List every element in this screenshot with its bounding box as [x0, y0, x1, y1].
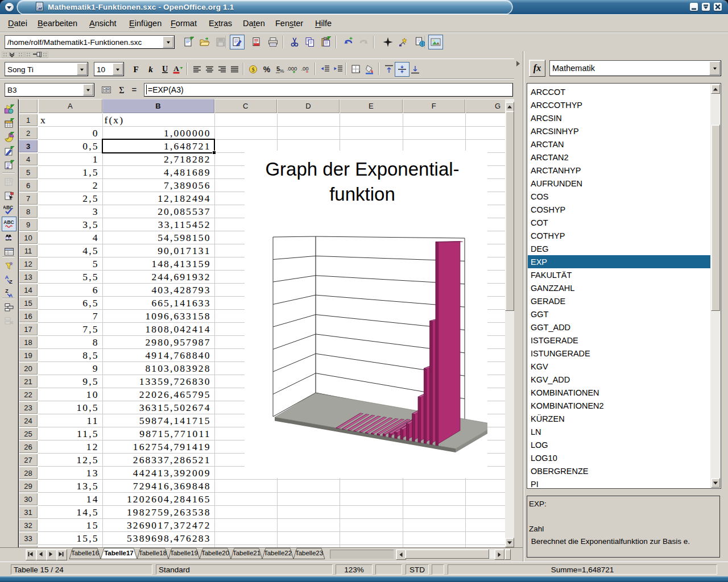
title-bar[interactable]: Mathematik1-Funktionen.sxc - OpenOffice.… [0, 0, 728, 14]
formula-input[interactable]: =EXP(A3) [144, 83, 513, 97]
group-button[interactable] [2, 300, 16, 315]
maximize-button[interactable] [702, 3, 710, 11]
cell-A12[interactable]: 5 [40, 257, 99, 271]
row-header-10[interactable]: 10 [19, 231, 38, 244]
function-item-arctan[interactable]: ARCTAN [528, 138, 714, 151]
cell-B18[interactable]: 2980,957987 [105, 336, 211, 349]
cell-A22[interactable]: 10 [40, 388, 99, 401]
fill-handle[interactable] [212, 151, 216, 155]
cell-A33[interactable]: 15,5 [40, 532, 99, 545]
menu-hilfe[interactable]: Hilfe [315, 19, 332, 28]
tab-nav-prev-button[interactable] [36, 549, 47, 560]
function-wizard-button[interactable]: fx [529, 60, 545, 77]
bg-color-button[interactable] [362, 62, 377, 77]
column-header-g[interactable]: G [465, 99, 505, 113]
cell-B7[interactable]: 12,182494 [105, 192, 211, 205]
cell-B32[interactable]: 3269017,372472 [105, 519, 211, 532]
paste-button[interactable] [318, 35, 333, 49]
cell-B31[interactable]: 1982759,263538 [105, 506, 211, 519]
cell-A3[interactable]: 0,5 [40, 140, 99, 153]
cell-B6[interactable]: 7,389056 [105, 179, 211, 192]
row-header-28[interactable]: 28 [19, 467, 38, 479]
sheet-tab-tabelle22[interactable]: Tabelle22 [262, 548, 294, 560]
function-item-istungerade[interactable]: ISTUNGERADE [528, 347, 714, 360]
scroll-down-button[interactable] [505, 538, 514, 547]
cell-A16[interactable]: 7 [40, 310, 99, 323]
cell-B25[interactable]: 98715,771011 [105, 427, 211, 440]
function-item-exp[interactable]: EXP [528, 255, 714, 268]
sheet-tab-tabelle17[interactable]: Tabelle17 [100, 548, 138, 560]
cell-B8[interactable]: 20,085537 [105, 205, 211, 218]
draw-functions-button[interactable] [2, 144, 16, 159]
cell-B19[interactable]: 4914,768840 [105, 349, 211, 362]
close-button[interactable] [714, 3, 722, 11]
align-justify-button[interactable] [228, 62, 242, 77]
row-header-21[interactable]: 21 [19, 375, 38, 388]
row-header-26[interactable]: 26 [19, 440, 38, 453]
row-header-25[interactable]: 25 [19, 427, 38, 440]
font-name-combobox[interactable]: Song Ti [5, 62, 88, 76]
function-item-gerade[interactable]: GERADE [528, 294, 714, 307]
cell-B4[interactable]: 2,718282 [105, 153, 211, 166]
column-header-f[interactable]: F [403, 99, 466, 113]
function-item-arctan2[interactable]: ARCTAN2 [528, 151, 714, 164]
cell-A1[interactable]: x [40, 114, 99, 127]
tab-nav-last-button[interactable] [56, 549, 67, 560]
row-header-29[interactable]: 29 [19, 480, 38, 492]
cell-A23[interactable]: 10,5 [40, 401, 99, 414]
status-sum[interactable]: Summe=1,648721 [448, 564, 717, 575]
function-item-cos[interactable]: COS [528, 190, 714, 203]
cell-A26[interactable]: 12 [40, 440, 99, 454]
cell-B26[interactable]: 162754,791419 [105, 440, 211, 454]
cell-A11[interactable]: 4,5 [40, 244, 99, 257]
function-item-cothyp[interactable]: COTHYP [528, 229, 714, 242]
function-item-arctanhyp[interactable]: ARCTANHYP [528, 164, 714, 177]
function-item-ggt_add[interactable]: GGT_ADD [528, 321, 714, 334]
sheet-tab-tabelle20[interactable]: Tabelle20 [199, 548, 231, 560]
font-name-dropdown-button[interactable] [77, 63, 87, 75]
menu-bearbeiten[interactable]: Bearbeiten [38, 19, 77, 28]
name-box[interactable]: B3 [5, 83, 94, 97]
undo-button[interactable] [341, 35, 355, 49]
hscroll-right-button[interactable] [494, 549, 504, 560]
name-box-dropdown-button[interactable] [83, 84, 93, 95]
menu-fenster[interactable]: Fenster [275, 19, 303, 28]
function-list-scrollbar[interactable] [710, 84, 720, 488]
status-zoom[interactable]: 123% [336, 564, 373, 575]
cell-B33[interactable]: 5389698,476283 [105, 532, 211, 545]
sheet-tab-tabelle16[interactable]: Tabelle16 [69, 548, 101, 560]
column-header-a[interactable]: A [38, 99, 102, 113]
row-header-12[interactable]: 12 [19, 257, 38, 270]
autofilter-button[interactable] [2, 259, 16, 273]
function-item-obergrenze[interactable]: OBERGRENZE [528, 464, 714, 477]
horizontal-scroll-thumb[interactable] [405, 549, 489, 559]
category-dropdown-button[interactable] [709, 61, 720, 75]
category-combobox[interactable]: Mathematik [549, 60, 721, 76]
fn-wizard-button[interactable] [99, 82, 114, 97]
copy-button[interactable] [303, 35, 317, 49]
vertical-scrollbar[interactable] [505, 99, 514, 547]
sheet-tab-tabelle23[interactable]: Tabelle23 [293, 548, 325, 560]
status-selection-mode[interactable]: STD [406, 564, 429, 575]
form-button[interactable] [2, 158, 16, 173]
cell-A14[interactable]: 6 [40, 284, 99, 297]
menu-format[interactable]: Format [171, 19, 197, 28]
cell-A4[interactable]: 1 [40, 153, 99, 166]
row-header-6[interactable]: 6 [19, 179, 38, 192]
cell-A5[interactable]: 1,5 [40, 166, 99, 179]
cell-B13[interactable]: 244,691932 [105, 271, 211, 284]
function-item-pi[interactable]: PI [528, 477, 714, 489]
row-header-30[interactable]: 30 [19, 493, 38, 505]
auto-spellcheck-button[interactable]: ABC [2, 217, 16, 231]
horizontal-scrollbar[interactable] [405, 549, 494, 559]
row-header-20[interactable]: 20 [19, 362, 38, 375]
cell-A32[interactable]: 15 [40, 519, 99, 532]
sheet-tab-tabelle21[interactable]: Tabelle21 [230, 548, 263, 560]
row-header-8[interactable]: 8 [19, 205, 38, 218]
ungroup-button[interactable] [2, 314, 16, 329]
function-item-arccot[interactable]: ARCCOT [528, 85, 714, 98]
function-item-istgerade[interactable]: ISTGERADE [528, 334, 714, 347]
function-item-arcsinhyp[interactable]: ARCSINHYP [528, 124, 714, 138]
cell-B20[interactable]: 8103,083928 [105, 362, 211, 375]
function-item-deg[interactable]: DEG [528, 242, 714, 255]
